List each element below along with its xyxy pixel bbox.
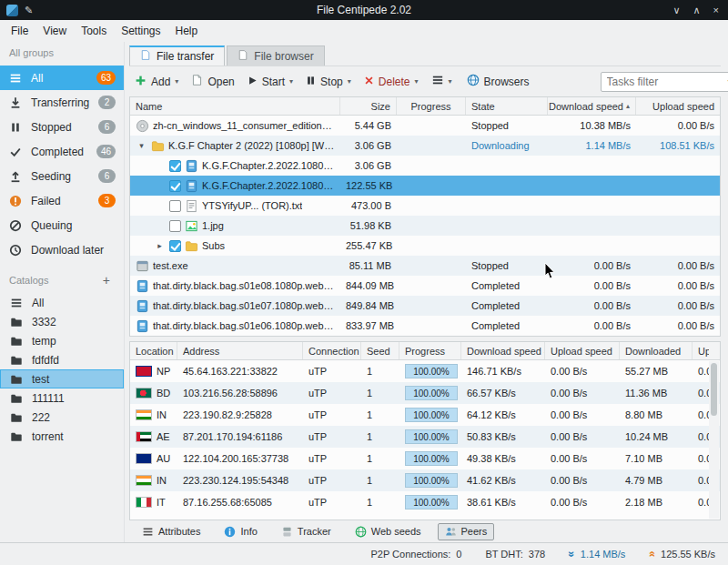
start-button[interactable]: Start▾	[242, 72, 298, 92]
task-column-header-progress[interactable]: Progress	[397, 97, 466, 115]
up-arrows-icon: »	[646, 551, 659, 558]
detail-tab-attributes[interactable]: Attributes	[135, 523, 207, 540]
detail-tab-info[interactable]: Info	[217, 523, 264, 540]
sidebar-item-completed[interactable]: Completed46	[0, 139, 124, 164]
peer-row[interactable]: IN223.190.82.9:25828uTP1100.00%64.12 KB/…	[130, 404, 720, 426]
peer-row[interactable]: NP45.64.163.221:33822uTP1100.00%146.71 K…	[130, 360, 720, 382]
add-button[interactable]: Add▾	[129, 71, 184, 93]
peer-column-header-progress[interactable]: Progress	[399, 342, 461, 359]
peer-row[interactable]: IT87.16.255.68:65085uTP1100.00%38.61 KB/…	[130, 491, 720, 513]
tasks-filter-input[interactable]	[602, 76, 728, 88]
peer-column-header-downloaded[interactable]: Downloaded	[620, 342, 693, 359]
peer-column-header-address[interactable]: Address	[177, 342, 303, 359]
maximize-button[interactable]: ∧	[693, 5, 701, 16]
peer-uploaded: 0.00 B	[693, 388, 709, 399]
task-row[interactable]: K.G.F.Chapter.2.2022.1080p.WEBRip.x…3.06…	[130, 156, 720, 176]
task-row[interactable]: YTSYifyUP... (TOR).txt473.00 B0.00%	[130, 196, 720, 216]
row-checkbox[interactable]	[169, 220, 181, 232]
browsers-button[interactable]: Browsers	[461, 70, 535, 93]
toolbar: Add▾ Open Start▾ Stop▾ Delete▾	[129, 66, 721, 96]
row-checkbox[interactable]	[169, 180, 181, 192]
peer-row[interactable]: AE87.201.170.194:61186uTP1100.00%50.83 K…	[130, 426, 720, 448]
download-speed-status: » 1.14 MB/s	[569, 548, 625, 560]
tab-label: File transfer	[157, 50, 214, 63]
task-row[interactable]: K.G.F.Chapter.2.2022.1080p.WEBRip.x…122.…	[130, 176, 720, 196]
row-checkbox[interactable]	[169, 240, 181, 252]
add-catalog-button[interactable]: +	[98, 273, 115, 288]
task-row[interactable]: 1.jpg51.98 KB0.00%	[130, 216, 720, 236]
task-name: test.exe	[153, 260, 188, 271]
sidebar-item-transferring[interactable]: Transferring2	[0, 90, 124, 115]
peer-column-header-upload-speed[interactable]: Upload speed	[545, 342, 620, 359]
tab-file-transfer[interactable]: File transfer	[129, 45, 225, 66]
sidebar-item-seeding[interactable]: Seeding6	[0, 164, 124, 188]
peer-country: IT	[157, 497, 166, 508]
close-button[interactable]: ×	[713, 5, 719, 16]
peer-progress: 100.00%	[399, 473, 461, 488]
catalog-item-222[interactable]: 222	[0, 408, 124, 427]
peer-row[interactable]: AU122.104.200.165:37738uTP1100.00%49.38 …	[130, 448, 720, 469]
task-column-header-size[interactable]: Size	[340, 97, 397, 115]
catalog-item-temp[interactable]: temp	[0, 331, 124, 350]
task-row[interactable]: that.dirty.black.bag.s01e06.1080p.web.h2…	[130, 316, 720, 336]
task-row[interactable]: ▾K.G.F Chapter 2 (2022) [1080p] [WEBRip]…	[130, 136, 720, 156]
peer-row[interactable]: BD103.216.56.28:58896uTP1100.00%66.57 KB…	[130, 382, 720, 404]
globe-icon	[467, 74, 480, 89]
minimize-button[interactable]: ∨	[672, 5, 680, 16]
detail-tab-peers[interactable]: Peers	[438, 523, 495, 540]
task-row[interactable]: ▸Subs255.47 KB0.00%	[130, 236, 720, 256]
task-column-header-download-speed[interactable]: Download speed▴	[548, 97, 636, 115]
sidebar-item-failed[interactable]: Failed3	[0, 188, 124, 213]
catalog-item-fdfdfd[interactable]: fdfdfd	[0, 350, 124, 369]
row-checkbox[interactable]	[169, 200, 181, 212]
detail-tab-tracker[interactable]: Tracker	[274, 523, 339, 540]
peer-column-header-connection[interactable]: Connection	[303, 342, 361, 359]
catalog-item-test[interactable]: test	[0, 369, 124, 388]
expander-right-icon[interactable]: ▸	[154, 241, 166, 250]
task-row[interactable]: that.dirty.black.bag.s01e08.1080p.web.h2…	[130, 276, 720, 296]
peer-upload-speed: 0.00 B/s	[545, 497, 620, 508]
edit-icon[interactable]: ✎	[25, 5, 33, 16]
tab-file-browser[interactable]: File browser	[227, 45, 324, 66]
menu-item-settings[interactable]: Settings	[114, 22, 167, 40]
task-row[interactable]: that.dirty.black.bag.s01e07.1080p.web.h2…	[130, 296, 720, 316]
scrollbar-thumb[interactable]	[711, 363, 717, 416]
chevron-down-icon: ▾	[175, 77, 178, 86]
row-checkbox[interactable]	[169, 160, 181, 172]
expander-down-icon[interactable]: ▾	[136, 141, 147, 150]
menu-button[interactable]: ▾	[426, 71, 458, 92]
app-icon	[6, 5, 18, 16]
open-button[interactable]: Open	[186, 70, 239, 93]
menu-item-file[interactable]: File	[4, 22, 35, 40]
sidebar-item-all[interactable]: All63	[0, 66, 124, 90]
task-column-header-upload-speed[interactable]: Upload speed	[636, 97, 720, 115]
task-row[interactable]: test.exe85.11 MB21.30%Stopped0.00 B/s0.0…	[130, 256, 720, 276]
menu-item-help[interactable]: Help	[168, 22, 206, 40]
sidebar-item-queuing[interactable]: Queuing	[0, 213, 124, 237]
catalog-item-3332[interactable]: 3332	[0, 312, 124, 331]
peer-row[interactable]: IN223.230.124.195:54348uTP1100.00%41.62 …	[130, 469, 720, 491]
peers-scrollbar[interactable]	[709, 361, 719, 519]
catalog-item-torrent[interactable]: torrent	[0, 427, 124, 446]
task-row[interactable]: zh-cn_windows_11_consumer_editions_upd-……	[130, 116, 720, 136]
peer-uploaded: 0.00 B	[693, 453, 709, 464]
stop-button[interactable]: Stop▾	[300, 72, 357, 92]
menu-item-view[interactable]: View	[35, 22, 74, 40]
task-column-header-name[interactable]: Name	[130, 97, 340, 115]
peer-column-header-upload[interactable]: Upload	[693, 342, 709, 359]
catalog-item-all[interactable]: All	[0, 293, 124, 312]
detail-tab-web-seeds[interactable]: Web seeds	[348, 523, 429, 540]
sidebar-item-stopped[interactable]: Stopped6	[0, 115, 124, 139]
peer-column-header-download-speed[interactable]: Download speed▴	[461, 342, 545, 359]
delete-button[interactable]: Delete▾	[359, 72, 424, 92]
sidebar-item-label: Completed	[31, 146, 84, 158]
catalog-item-111111[interactable]: 111111	[0, 388, 124, 408]
folder-icon	[9, 410, 24, 425]
sidebar-item-download-later[interactable]: Download later	[0, 237, 124, 262]
peer-download-speed: 49.38 KB/s	[461, 453, 545, 464]
peer-column-header-location[interactable]: Location	[130, 342, 177, 359]
task-column-header-state[interactable]: State	[466, 97, 548, 115]
task-size: 51.98 KB	[340, 220, 397, 231]
peer-column-header-seed[interactable]: Seed	[361, 342, 399, 359]
menu-item-tools[interactable]: Tools	[74, 22, 114, 40]
